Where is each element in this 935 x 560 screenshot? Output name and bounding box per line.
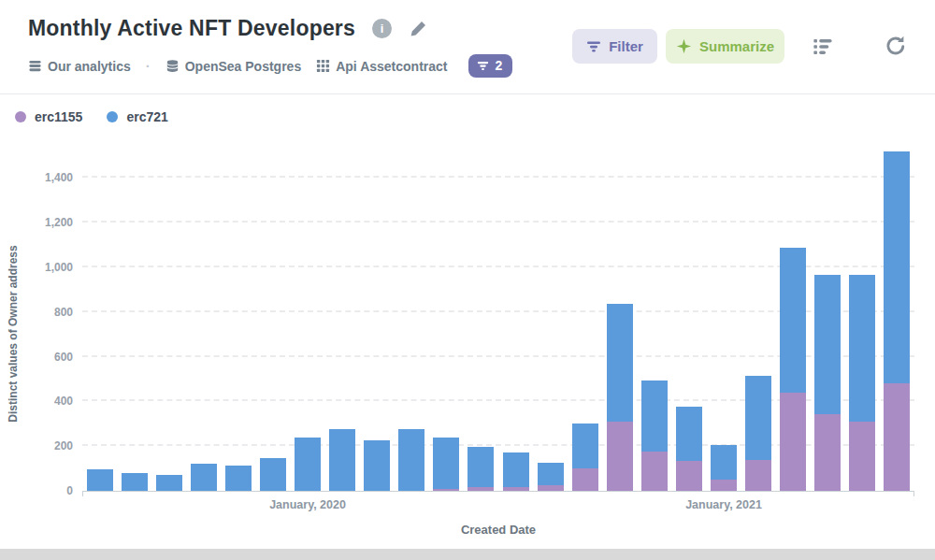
legend-label: erc1155 [35,109,82,124]
bar-jun-2020[interactable] [468,447,494,491]
bar-aug-2020[interactable] [538,463,564,491]
bar-sep-2019[interactable] [156,475,182,491]
segment-erc721 [780,248,806,393]
segment-erc721 [329,429,355,491]
bar-oct-2020[interactable] [607,304,633,491]
segment-erc721 [260,458,286,491]
segment-erc721 [745,376,771,460]
segment-erc721 [641,381,668,452]
segment-erc1155 [884,383,910,491]
bar-feb-2020[interactable] [329,429,355,491]
segment-erc1155 [572,468,598,491]
segment-erc1155 [468,487,494,491]
legend-item-erc1155[interactable]: erc1155 [15,109,82,124]
x-tick-label: January, 2020 [269,498,346,511]
y-tick-label: 1,200 [0,216,73,229]
bar-jan-2021[interactable] [711,445,737,491]
segment-erc1155 [814,414,841,491]
segment-erc721 [398,429,424,491]
x-tick-label: January, 2021 [685,498,762,511]
legend-item-erc721[interactable]: erc721 [107,109,167,124]
bar-apr-2020[interactable] [398,429,424,491]
segment-erc721 [676,407,702,460]
y-tick-label: 200 [0,439,73,452]
summarize-button-label: Summarize [699,38,774,54]
bar-aug-2019[interactable] [122,473,148,491]
segment-erc721 [156,475,182,491]
segment-erc721 [503,452,529,487]
segment-erc721 [122,473,148,491]
bar-dec-2019[interactable] [260,458,286,491]
y-tick-label: 600 [0,351,73,364]
segment-erc721 [191,464,217,491]
segment-erc721 [468,447,494,487]
filter-button-label: Filter [609,38,643,54]
segment-erc1155 [538,485,564,491]
bar-feb-2021[interactable] [745,376,771,491]
segment-erc1155 [780,393,806,491]
gridline [82,221,914,223]
segment-erc1155 [607,422,633,491]
segment-erc721 [572,424,598,468]
legend-swatch [15,111,26,122]
bar-jun-2021[interactable] [884,151,910,491]
segment-erc721 [364,440,390,491]
y-tick-label: 0 [0,484,73,497]
bar-jul-2020[interactable] [503,452,529,491]
axis-tick [913,491,914,496]
segment-erc1155 [745,460,771,491]
segment-erc721 [884,151,910,384]
summarize-button[interactable]: Summarize [666,29,784,64]
bar-nov-2020[interactable] [641,381,668,491]
page-bottom-strip [0,549,935,560]
bar-nov-2019[interactable] [225,466,252,491]
bar-jul-2019[interactable] [87,469,113,491]
segment-erc721 [538,463,564,485]
y-tick-label: 400 [0,395,73,408]
y-tick-label: 1,400 [0,171,73,184]
header-divider [0,93,935,94]
segment-erc721 [225,466,252,491]
filter-button[interactable]: Filter [572,29,657,64]
visualization-list-icon[interactable] [813,36,833,60]
bar-sep-2020[interactable] [572,424,598,491]
bar-mar-2021[interactable] [780,248,806,492]
plot-area [82,140,914,492]
segment-erc721 [295,438,321,491]
segment-erc721 [849,275,875,422]
metabase-question-page: Monthly Active NFT Developers i Our anal… [0,0,935,560]
y-tick-label: 1,000 [0,261,73,274]
segment-erc721 [87,469,113,491]
segment-erc1155 [849,422,875,491]
filter-icon [586,39,601,54]
segment-erc1155 [711,480,737,491]
bar-apr-2021[interactable] [814,275,841,491]
x-axis-title: Created Date [461,523,536,537]
bar-dec-2020[interactable] [676,407,702,491]
bar-may-2020[interactable] [433,438,459,491]
segment-erc721 [607,304,633,421]
chart-legend: erc1155 erc721 [15,109,168,124]
segment-erc1155 [641,452,668,491]
header-actions: Filter Summarize [0,29,935,65]
legend-swatch [107,111,118,122]
segment-erc1155 [433,489,459,491]
segment-erc721 [433,438,459,489]
segment-erc1155 [503,487,529,491]
y-tick-labels: 02004006008001,0001,2001,400 [0,140,73,492]
axis-tick [82,491,83,496]
segment-erc1155 [676,461,702,491]
sparkle-plus-icon [676,38,692,54]
bar-oct-2019[interactable] [191,464,217,491]
bar-may-2021[interactable] [849,275,875,491]
gridline [82,176,914,178]
bar-jan-2020[interactable] [295,438,321,491]
x-tick-labels: January, 2020January, 2021 [82,498,914,513]
legend-label: erc721 [126,109,167,124]
refresh-icon[interactable] [885,35,907,60]
y-tick-label: 800 [0,306,73,319]
segment-erc721 [814,275,841,413]
segment-erc721 [711,445,737,480]
bar-mar-2020[interactable] [364,440,390,491]
